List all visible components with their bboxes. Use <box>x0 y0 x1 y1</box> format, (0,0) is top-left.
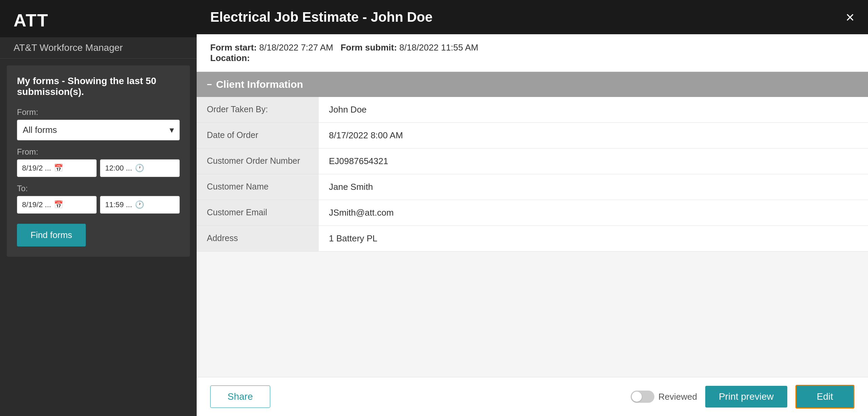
form-detail-modal: Electrical Job Estimate - John Doe × For… <box>197 0 868 416</box>
field-value: 8/17/2022 8:00 AM <box>319 123 868 148</box>
field-label: Customer Order Number <box>197 148 319 174</box>
field-value: 1 Battery PL <box>319 226 868 252</box>
clock-icon-2: 🕐 <box>135 200 144 209</box>
table-row: Customer Email JSmith@att.com <box>197 200 868 226</box>
edit-button[interactable]: Edit <box>795 385 854 409</box>
section-title: Client Information <box>216 79 303 90</box>
from-date-input[interactable]: 8/19/2 ... 📅 <box>17 159 97 177</box>
modal-meta: Form start: 8/18/2022 7:27 AM Form submi… <box>197 34 868 72</box>
modal-body: − Client Information Order Taken By: Joh… <box>197 72 868 377</box>
form-dropdown[interactable]: All forms ▾ <box>17 120 180 140</box>
form-submit-label: Form submit: <box>340 42 397 53</box>
app-title: ATT <box>0 0 197 37</box>
field-value: John Doe <box>319 97 868 123</box>
modal-footer: Share Reviewed Print preview Edit <box>197 377 868 416</box>
collapse-icon: − <box>207 79 212 90</box>
form-fields-table: Order Taken By: John Doe Date of Order 8… <box>197 97 868 252</box>
to-time-value: 11:59 ... <box>105 200 132 209</box>
calendar-icon: 📅 <box>54 164 63 173</box>
print-preview-button[interactable]: Print preview <box>705 386 787 408</box>
field-value: JSmith@att.com <box>319 200 868 226</box>
to-field-label: To: <box>17 184 180 193</box>
field-label: Address <box>197 226 319 252</box>
form-start-label: Form start: <box>210 42 257 53</box>
location-label: Location: <box>210 53 250 63</box>
field-value: EJ0987654321 <box>319 148 868 174</box>
chevron-down-icon: ▾ <box>170 125 174 135</box>
toggle-knob <box>632 392 642 402</box>
field-label: Date of Order <box>197 123 319 148</box>
from-field-label: From: <box>17 147 180 157</box>
footer-right-actions: Reviewed Print preview Edit <box>631 385 854 409</box>
from-date-value: 8/19/2 ... <box>22 164 51 173</box>
to-date-value: 8/19/2 ... <box>22 200 51 209</box>
share-button[interactable]: Share <box>210 385 270 408</box>
find-forms-button[interactable]: Find forms <box>17 224 86 246</box>
field-label: Customer Name <box>197 174 319 200</box>
modal-header: Electrical Job Estimate - John Doe × <box>197 0 868 34</box>
section-header[interactable]: − Client Information <box>197 72 868 97</box>
form-field-label: Form: <box>17 107 180 117</box>
close-button[interactable]: × <box>846 10 854 25</box>
field-label: Customer Email <box>197 200 319 226</box>
reviewed-label: Reviewed <box>658 392 697 402</box>
table-row: Customer Order Number EJ0987654321 <box>197 148 868 174</box>
field-label: Order Taken By: <box>197 97 319 123</box>
form-dropdown-value: All forms <box>23 125 57 135</box>
table-row: Date of Order 8/17/2022 8:00 AM <box>197 123 868 148</box>
table-row: Address 1 Battery PL <box>197 226 868 252</box>
reviewed-toggle-area: Reviewed <box>631 391 697 403</box>
table-row: Customer Name Jane Smith <box>197 174 868 200</box>
modal-title: Electrical Job Estimate - John Doe <box>210 9 433 25</box>
form-submit-time: 8/18/2022 11:55 AM <box>399 42 478 53</box>
to-date-input[interactable]: 8/19/2 ... 📅 <box>17 196 97 214</box>
calendar-icon-2: 📅 <box>54 200 63 209</box>
app-subtitle: AT&T Workforce Manager <box>0 37 197 59</box>
to-time-input[interactable]: 11:59 ... 🕐 <box>100 196 180 214</box>
from-time-value: 12:00 ... <box>105 164 132 173</box>
form-start-time: 8/18/2022 7:27 AM <box>259 42 333 53</box>
clock-icon: 🕐 <box>135 164 144 173</box>
reviewed-toggle-switch[interactable] <box>631 391 654 403</box>
from-time-input[interactable]: 12:00 ... 🕐 <box>100 159 180 177</box>
table-row: Order Taken By: John Doe <box>197 97 868 123</box>
field-value: Jane Smith <box>319 174 868 200</box>
forms-panel-title: My forms - Showing the last 50 submissio… <box>17 76 180 97</box>
